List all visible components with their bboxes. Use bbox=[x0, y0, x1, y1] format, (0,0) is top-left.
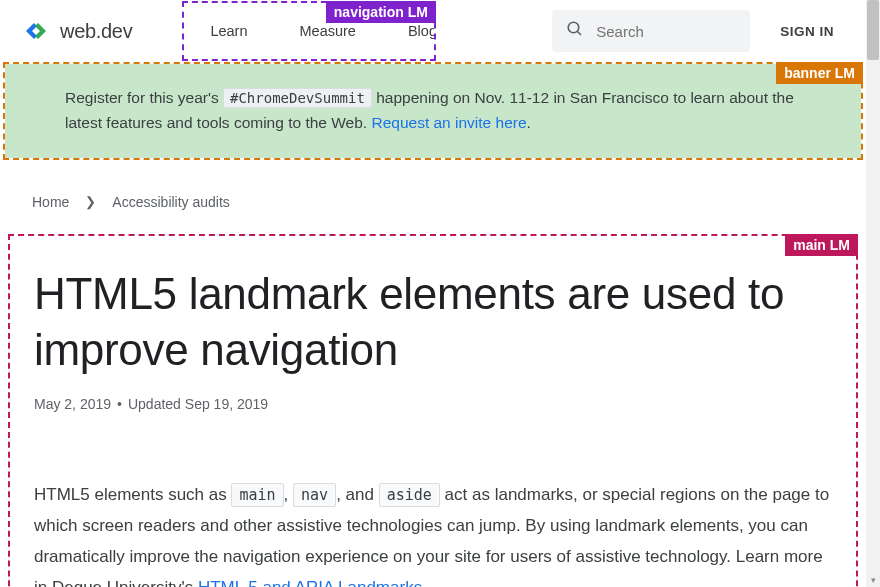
header-right: SIGN IN bbox=[552, 10, 842, 52]
svg-point-0 bbox=[568, 22, 579, 33]
nav-learn[interactable]: Learn bbox=[184, 5, 273, 57]
updated-prefix: Updated bbox=[128, 396, 185, 412]
meta-separator: • bbox=[117, 396, 122, 412]
breadcrumb-current[interactable]: Accessibility audits bbox=[112, 194, 230, 210]
logo-icon bbox=[24, 20, 52, 42]
updated-date: Sep 19, 2019 bbox=[185, 396, 268, 412]
code-nav: nav bbox=[293, 483, 336, 507]
chevron-right-icon: ❯ bbox=[85, 194, 96, 209]
breadcrumb-home[interactable]: Home bbox=[32, 194, 69, 210]
search-box[interactable] bbox=[552, 10, 750, 52]
search-icon bbox=[566, 20, 584, 42]
deque-link[interactable]: HTML 5 and ARIA Landmarks bbox=[198, 578, 422, 587]
logo[interactable]: web.dev bbox=[24, 20, 132, 43]
banner-invite-link[interactable]: Request an invite here bbox=[371, 114, 526, 131]
landmark-tag-main: main LM bbox=[785, 234, 858, 256]
banner-landmark: Register for this year's #ChromeDevSummi… bbox=[3, 62, 863, 160]
page-title: HTML5 landmark elements are used to impr… bbox=[34, 266, 832, 379]
code-aside: aside bbox=[379, 483, 440, 507]
sign-in-button[interactable]: SIGN IN bbox=[780, 24, 834, 39]
search-input[interactable] bbox=[596, 23, 736, 40]
promo-banner: Register for this year's #ChromeDevSummi… bbox=[5, 64, 861, 158]
scrollbar-track[interactable]: ▴ ▾ bbox=[866, 0, 880, 587]
landmark-tag-banner: banner LM bbox=[776, 62, 863, 84]
breadcrumb: Home ❯ Accessibility audits bbox=[0, 160, 866, 234]
banner-text-prefix: Register for this year's bbox=[65, 89, 223, 106]
landmark-tag-navigation: navigation LM bbox=[326, 1, 436, 23]
scroll-down-icon[interactable]: ▾ bbox=[866, 573, 880, 587]
main-landmark: main LM HTML5 landmark elements are used… bbox=[8, 234, 858, 587]
logo-text: web.dev bbox=[60, 20, 132, 43]
banner-hashtag: #ChromeDevSummit bbox=[223, 88, 372, 108]
site-header: web.dev Learn Measure Blog navigation LM… bbox=[0, 0, 866, 62]
scrollbar-thumb[interactable] bbox=[867, 0, 879, 60]
published-date: May 2, 2019 bbox=[34, 396, 111, 412]
code-main: main bbox=[231, 483, 283, 507]
article-meta: May 2, 2019•Updated Sep 19, 2019 bbox=[34, 396, 832, 412]
navigation-landmark: Learn Measure Blog navigation LM bbox=[182, 1, 436, 61]
banner-text-suffix: . bbox=[527, 114, 531, 131]
article-body: HTML5 elements such as main, nav, and as… bbox=[34, 480, 832, 587]
svg-line-1 bbox=[577, 31, 581, 35]
